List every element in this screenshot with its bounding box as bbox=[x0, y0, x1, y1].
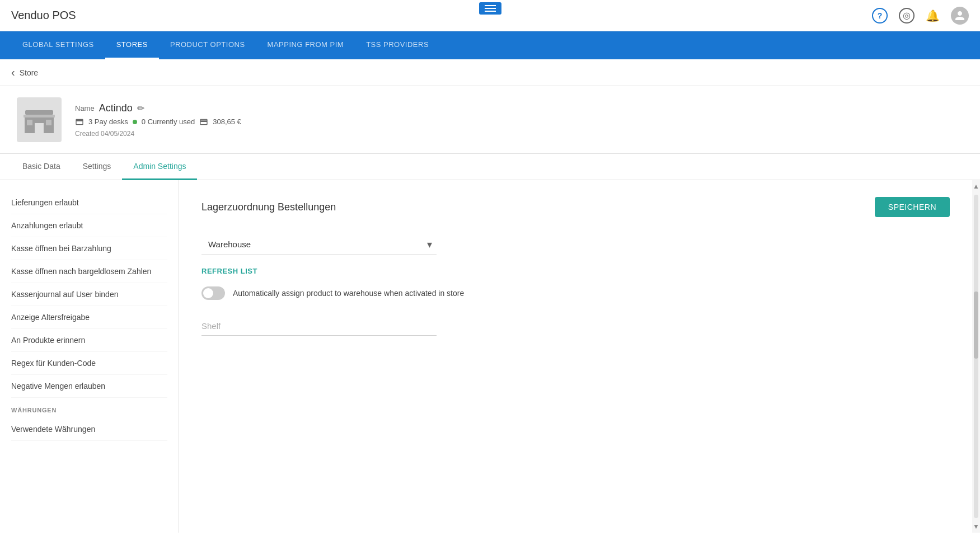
toggle-slider bbox=[201, 286, 225, 300]
warehouse-dropdown-field: Warehouse Option 1 Option 2 ▾ bbox=[201, 234, 437, 255]
section-title: Lagerzuordnung Bestellungen bbox=[201, 201, 336, 213]
avatar[interactable] bbox=[951, 7, 969, 25]
store-created: Created 04/05/2024 bbox=[75, 130, 241, 138]
tab-basic-data[interactable]: Basic Data bbox=[11, 154, 72, 180]
tab-stores[interactable]: STORES bbox=[105, 31, 159, 59]
svg-rect-5 bbox=[46, 120, 51, 125]
main-layout: Lieferungen erlaubt Anzahlungen erlaubt … bbox=[0, 180, 980, 533]
tab-tss-providers[interactable]: TSS PROVIDERS bbox=[355, 31, 440, 59]
sidebar-item-altersfreigabe[interactable]: Anzeige Altersfreigabe bbox=[11, 306, 167, 329]
name-label: Name bbox=[75, 104, 95, 112]
app-title: Venduo POS bbox=[11, 9, 76, 22]
cash-icon bbox=[199, 117, 208, 126]
tab-product-options[interactable]: PRODUCT OPTIONS bbox=[159, 31, 256, 59]
store-header: Name Actindo ✏ 3 Pay desks 0 Currently u… bbox=[0, 86, 980, 154]
active-dot bbox=[133, 120, 137, 124]
sidebar-section-title: WÄHRUNGEN bbox=[11, 398, 167, 418]
notification-icon[interactable]: 🔔 bbox=[926, 9, 940, 22]
help-icon[interactable]: ? bbox=[872, 8, 888, 23]
sidebar-item-anzahlungen[interactable]: Anzahlungen erlaubt bbox=[11, 214, 167, 237]
store-info: Name Actindo ✏ 3 Pay desks 0 Currently u… bbox=[75, 102, 241, 138]
settings-icon[interactable]: ◎ bbox=[899, 8, 915, 23]
sidebar-item-kassenjournal[interactable]: Kassenjournal auf User binden bbox=[11, 283, 167, 306]
topbar: Venduo POS ? ◎ 🔔 bbox=[0, 0, 980, 31]
svg-rect-0 bbox=[25, 110, 53, 115]
sidebar-item-produkte[interactable]: An Produkte erinnern bbox=[11, 329, 167, 352]
currently-used: 0 Currently used bbox=[142, 117, 195, 126]
svg-rect-4 bbox=[27, 120, 32, 125]
toggle-label: Automatically assign product to warehous… bbox=[233, 289, 464, 298]
breadcrumb: ‹ Store bbox=[0, 59, 980, 86]
pay-desks-count: 3 Pay desks bbox=[88, 117, 128, 126]
toggle-row: Automatically assign product to warehous… bbox=[201, 286, 950, 300]
sidebar-item-waehrungen[interactable]: Verwendete Währungen bbox=[11, 418, 167, 441]
sidebar-item-kasse-bar[interactable]: Kasse öffnen bei Barzahlung bbox=[11, 237, 167, 260]
edit-icon[interactable]: ✏ bbox=[137, 103, 144, 114]
shelf-field bbox=[201, 317, 437, 336]
tab-settings[interactable]: Settings bbox=[72, 154, 123, 180]
main-nav: GLOBAL SETTINGS STORES PRODUCT OPTIONS M… bbox=[0, 31, 980, 59]
section-header: Lagerzuordnung Bestellungen Speichern bbox=[201, 197, 950, 217]
tab-admin-settings[interactable]: Admin Settings bbox=[122, 154, 197, 180]
scrollbar-thumb bbox=[974, 291, 978, 359]
sidebar-item-regex[interactable]: Regex für Kunden-Code bbox=[11, 352, 167, 375]
topbar-icons: ? ◎ 🔔 bbox=[872, 7, 969, 25]
save-button[interactable]: Speichern bbox=[875, 197, 950, 217]
content-with-scrollbar: Lagerzuordnung Bestellungen Speichern Wa… bbox=[179, 180, 980, 533]
sidebar-item-negative-mengen[interactable]: Negative Mengen erlauben bbox=[11, 375, 167, 398]
back-button[interactable]: ‹ bbox=[11, 66, 15, 79]
sub-tabs: Basic Data Settings Admin Settings bbox=[0, 154, 980, 180]
cash-amount: 308,65 € bbox=[213, 117, 241, 126]
sidebar-item-lieferungen[interactable]: Lieferungen erlaubt bbox=[11, 191, 167, 214]
store-icon bbox=[22, 105, 56, 135]
hamburger-icon[interactable] bbox=[479, 2, 501, 15]
store-meta: 3 Pay desks 0 Currently used 308,65 € bbox=[75, 117, 241, 126]
store-name: Actindo bbox=[99, 102, 133, 114]
tab-global-settings[interactable]: GLOBAL SETTINGS bbox=[11, 31, 105, 59]
settings-sidebar: Lieferungen erlaubt Anzahlungen erlaubt … bbox=[0, 180, 179, 533]
svg-rect-3 bbox=[35, 123, 44, 133]
refresh-list-button[interactable]: REFRESH LIST bbox=[201, 267, 257, 275]
auto-assign-toggle[interactable] bbox=[201, 286, 225, 300]
settings-content: Lagerzuordnung Bestellungen Speichern Wa… bbox=[179, 180, 972, 533]
breadcrumb-label: Store bbox=[20, 68, 38, 77]
tab-mapping-from-pim[interactable]: MAPPING FROM PIM bbox=[256, 31, 355, 59]
warehouse-select[interactable]: Warehouse Option 1 Option 2 bbox=[201, 234, 437, 255]
shelf-input[interactable] bbox=[201, 317, 437, 336]
pay-desks-icon bbox=[75, 117, 84, 126]
svg-rect-1 bbox=[24, 115, 55, 117]
scrollbar-track bbox=[974, 195, 978, 518]
store-logo bbox=[17, 97, 62, 142]
sidebar-item-kasse-bargeldlos[interactable]: Kasse öffnen nach bargeldlosem Zahlen bbox=[11, 260, 167, 283]
store-name-row: Name Actindo ✏ bbox=[75, 102, 241, 114]
outer-scrollbar[interactable]: ▲ ▼ bbox=[972, 180, 980, 533]
